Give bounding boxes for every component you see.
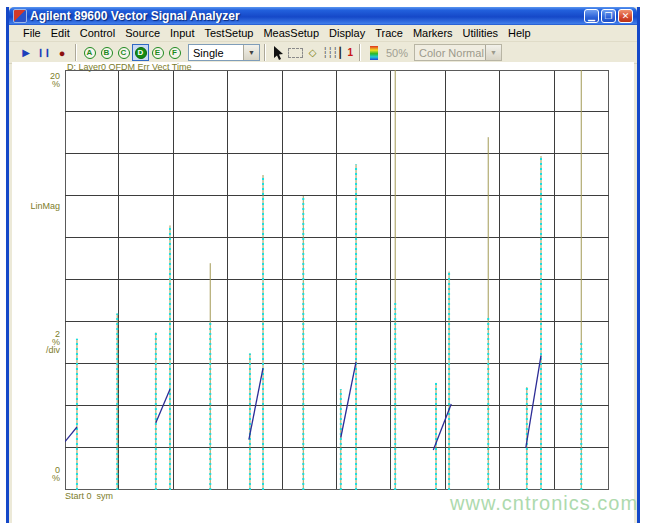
band-markers-button[interactable]: ┆┆┆	[321, 44, 338, 61]
window-title: Agilent 89600 Vector Signal Analyzer	[30, 9, 584, 23]
menu-bar: FileEditControlSourceInputTestSetupMeasS…	[9, 25, 637, 42]
sweep-mode-value: Single	[189, 47, 243, 59]
chart-area: D: Layer0 OFDM Err Vect Time 20 % LinMag…	[12, 62, 634, 523]
record-button[interactable]: ●	[53, 44, 71, 61]
diamond-icon: ◇	[309, 47, 317, 58]
marker-one-button[interactable]: ▏1	[338, 44, 355, 61]
record-icon: ●	[59, 47, 66, 59]
menu-item-display[interactable]: Display	[324, 26, 370, 40]
pause-button[interactable]: ❙❙	[35, 44, 53, 61]
maximize-button-icon[interactable]: ❐	[601, 9, 616, 23]
trace-segment	[65, 427, 77, 442]
marker-icon: ▏	[340, 47, 348, 58]
selection-rectangle-icon	[288, 48, 303, 58]
y-axis-per-div-label: 2 % /div	[12, 330, 60, 354]
play-icon: ▶	[22, 47, 30, 58]
color-gradient-icon	[370, 46, 378, 60]
menu-item-trace[interactable]: Trace	[370, 26, 408, 40]
trace-button-a[interactable]: A	[81, 44, 98, 61]
trace-letter: F	[169, 47, 181, 59]
watermark: www.cntronics.com	[450, 492, 638, 515]
menu-item-input[interactable]: Input	[165, 26, 199, 40]
marker-number: 1	[348, 47, 354, 58]
select-pointer-button[interactable]	[270, 44, 287, 61]
toolbar-separator	[359, 44, 361, 61]
toolbar-separator	[75, 44, 77, 61]
y-axis-bottom-label: 0 %	[12, 466, 60, 482]
menu-item-control[interactable]: Control	[75, 26, 120, 40]
sweep-mode-combobox[interactable]: Single ▼	[188, 44, 260, 61]
trace-button-e[interactable]: E	[149, 44, 166, 61]
menu-item-testsetup[interactable]: TestSetup	[200, 26, 259, 40]
play-button[interactable]: ▶	[17, 44, 35, 61]
minimize-button-icon[interactable]: ▁	[584, 9, 599, 23]
trace-letter: B	[101, 47, 113, 59]
toolbar-separator	[264, 44, 266, 61]
app-window: Agilent 89600 Vector Signal Analyzer ▁ ❐…	[6, 7, 640, 523]
menu-item-file[interactable]: File	[18, 26, 46, 40]
trace-letter: A	[84, 47, 96, 59]
pointer-icon	[273, 46, 284, 60]
trace-letter: E	[152, 47, 164, 59]
color-scale-button[interactable]	[365, 44, 382, 61]
marker-shape-button[interactable]: ◇	[304, 44, 321, 61]
trace-segment	[341, 362, 356, 438]
menu-item-markers[interactable]: Markers	[408, 26, 458, 40]
trace-segment	[249, 368, 263, 439]
menu-item-help[interactable]: Help	[503, 26, 536, 40]
title-bar[interactable]: Agilent 89600 Vector Signal Analyzer ▁ ❐…	[9, 7, 637, 25]
color-mode-value: Color Normal	[415, 47, 485, 59]
menu-item-utilities[interactable]: Utilities	[458, 26, 503, 40]
trace-letter: C	[118, 47, 130, 59]
chevron-down-icon[interactable]: ▼	[485, 45, 501, 60]
menu-item-edit[interactable]: Edit	[46, 26, 75, 40]
y-axis-scale-label: LinMag	[12, 202, 60, 210]
vertical-lines-icon: ┆┆┆	[322, 47, 337, 58]
color-mode-combobox[interactable]: Color Normal ▼	[414, 44, 502, 61]
trace-button-c[interactable]: C	[115, 44, 132, 61]
zoom-level-label: 50%	[386, 47, 408, 59]
app-icon	[13, 9, 27, 23]
y-axis-top-label: 20 %	[12, 72, 60, 88]
plot-svg[interactable]	[65, 70, 609, 490]
trace-letter: D	[135, 47, 147, 59]
trace-segment	[526, 356, 541, 448]
chevron-down-icon[interactable]: ▼	[243, 45, 259, 60]
menu-item-meassetup[interactable]: MeasSetup	[258, 26, 324, 40]
x-axis-label: Start 0 sym	[65, 491, 113, 501]
trace-button-f[interactable]: F	[166, 44, 183, 61]
trace-button-d[interactable]: D	[132, 44, 149, 61]
close-button-icon[interactable]: ✕	[618, 9, 633, 23]
trace-button-b[interactable]: B	[98, 44, 115, 61]
menu-item-source[interactable]: Source	[120, 26, 165, 40]
toolbar: ▶ ❙❙ ● ABCDEF Single ▼ ◇ ┆┆┆ ▏1	[9, 42, 637, 64]
zoom-rectangle-button[interactable]	[287, 44, 304, 61]
pause-icon: ❙❙	[37, 48, 50, 57]
